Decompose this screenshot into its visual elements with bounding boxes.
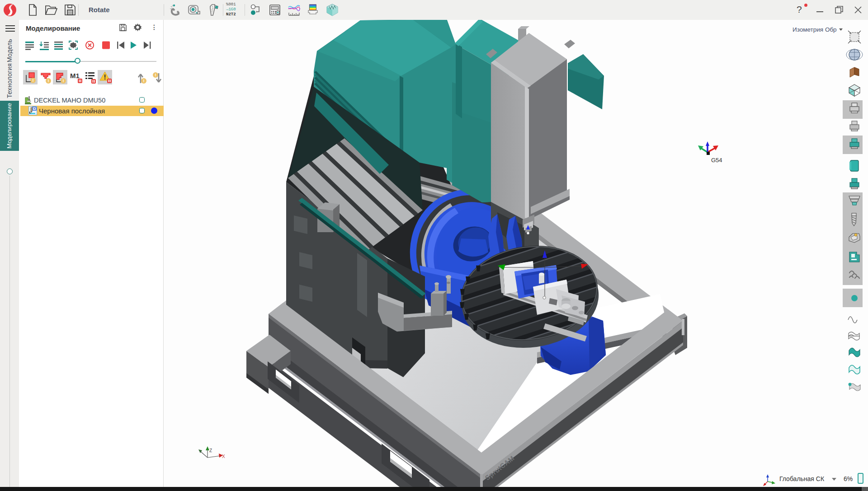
svg-text:M1: M1 <box>70 72 80 79</box>
svg-text:Z: Z <box>209 448 212 453</box>
svg-text:!: ! <box>155 73 156 77</box>
svg-text:X: X <box>222 454 225 459</box>
svg-text:!: ! <box>63 79 64 83</box>
svg-text:!: ! <box>48 79 49 83</box>
svg-text:!: ! <box>33 78 34 83</box>
svg-text:G54: G54 <box>711 157 722 164</box>
svg-text:!: ! <box>143 79 145 83</box>
